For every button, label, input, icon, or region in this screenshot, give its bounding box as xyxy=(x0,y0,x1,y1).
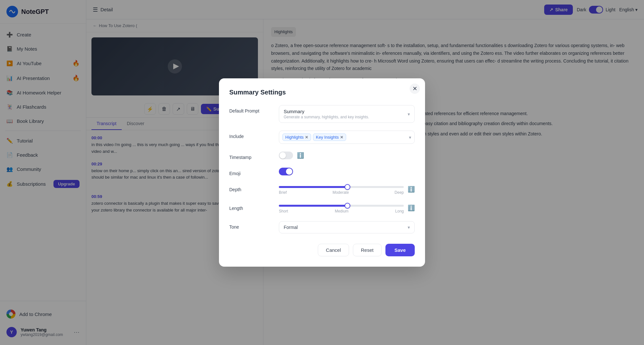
default-prompt-control: Summary Generate a summary, highlights, … xyxy=(279,105,415,123)
depth-slider-wrap: Brief Moderate Deep xyxy=(279,184,404,195)
modal-title: Summary Settings xyxy=(229,89,415,96)
save-button[interactable]: Save xyxy=(385,244,415,256)
chevron-down-icon: ▾ xyxy=(408,225,410,230)
length-mid-label: Medium xyxy=(335,209,349,213)
length-slider-wrap: Short Medium Long xyxy=(279,202,404,213)
modal-overlay: ✕ Summary Settings Default Prompt Summar… xyxy=(0,0,644,345)
include-row: Include Highlights ✕ Key Insights ✕ ▾ xyxy=(229,131,415,144)
toggle-thumb xyxy=(286,168,292,175)
depth-fill xyxy=(279,186,347,188)
prompt-subtitle: Generate a summary, highlights, and key … xyxy=(284,115,369,119)
prompt-title: Summary xyxy=(284,109,369,114)
default-prompt-select[interactable]: Summary Generate a summary, highlights, … xyxy=(279,105,415,123)
depth-slider-row: Brief Moderate Deep ℹ️ xyxy=(279,184,415,195)
depth-min-label: Brief xyxy=(279,190,287,195)
tone-row: Tone Formal ▾ xyxy=(229,221,415,233)
depth-label: Depth xyxy=(229,184,271,192)
depth-track xyxy=(279,186,404,188)
length-fill xyxy=(279,205,347,207)
tone-select[interactable]: Formal ▾ xyxy=(279,221,415,233)
chevron-down-icon: ▾ xyxy=(409,135,411,140)
depth-control: Brief Moderate Deep ℹ️ xyxy=(279,184,415,195)
tone-value: Formal xyxy=(284,225,298,230)
emoji-control xyxy=(279,168,415,175)
timestamp-row: Timestamp ℹ️ xyxy=(229,152,415,160)
length-thumb[interactable] xyxy=(345,203,350,209)
depth-thumb[interactable] xyxy=(345,184,350,190)
emoji-label: Emoji xyxy=(229,168,271,176)
depth-row: Depth Brief Moderate Deep xyxy=(229,184,415,195)
length-max-label: Long xyxy=(395,209,404,213)
depth-mid-label: Moderate xyxy=(333,190,349,195)
remove-highlights-button[interactable]: ✕ xyxy=(305,135,308,140)
depth-info-icon[interactable]: ℹ️ xyxy=(408,186,415,193)
timestamp-control: ℹ️ xyxy=(279,152,415,159)
timestamp-toggle-row: ℹ️ xyxy=(279,152,415,159)
length-slider-row: Short Medium Long ℹ️ xyxy=(279,202,415,213)
tone-label: Tone xyxy=(229,221,271,230)
modal-close-button[interactable]: ✕ xyxy=(410,84,420,94)
timestamp-info-icon[interactable]: ℹ️ xyxy=(297,152,304,159)
length-track xyxy=(279,205,404,207)
tone-control: Formal ▾ xyxy=(279,221,415,233)
length-row: Length Short Medium Long xyxy=(229,202,415,213)
length-labels: Short Medium Long xyxy=(279,209,404,213)
cancel-button[interactable]: Cancel xyxy=(318,244,349,256)
default-prompt-label: Default Prompt xyxy=(229,105,271,113)
depth-labels: Brief Moderate Deep xyxy=(279,190,404,195)
length-control: Short Medium Long ℹ️ xyxy=(279,202,415,213)
include-tags-box[interactable]: Highlights ✕ Key Insights ✕ ▾ xyxy=(279,131,415,144)
tag-highlights: Highlights ✕ xyxy=(282,133,311,141)
length-info-icon[interactable]: ℹ️ xyxy=(408,204,415,212)
include-label: Include xyxy=(229,131,271,139)
remove-key-insights-button[interactable]: ✕ xyxy=(340,135,343,140)
summary-settings-modal: ✕ Summary Settings Default Prompt Summar… xyxy=(219,78,425,267)
chevron-down-icon: ▾ xyxy=(408,112,410,117)
emoji-toggle[interactable] xyxy=(279,168,293,175)
default-prompt-row: Default Prompt Summary Generate a summar… xyxy=(229,105,415,123)
toggle-thumb xyxy=(279,152,286,159)
length-min-label: Short xyxy=(279,209,288,213)
timestamp-toggle[interactable] xyxy=(279,152,293,159)
include-control: Highlights ✕ Key Insights ✕ ▾ xyxy=(279,131,415,144)
reset-button[interactable]: Reset xyxy=(353,244,382,256)
timestamp-label: Timestamp xyxy=(229,152,271,160)
tag-key-insights: Key Insights ✕ xyxy=(313,133,346,141)
emoji-row: Emoji xyxy=(229,168,415,176)
modal-footer: Cancel Reset Save xyxy=(229,244,415,256)
length-label: Length xyxy=(229,202,271,211)
depth-max-label: Deep xyxy=(394,190,404,195)
